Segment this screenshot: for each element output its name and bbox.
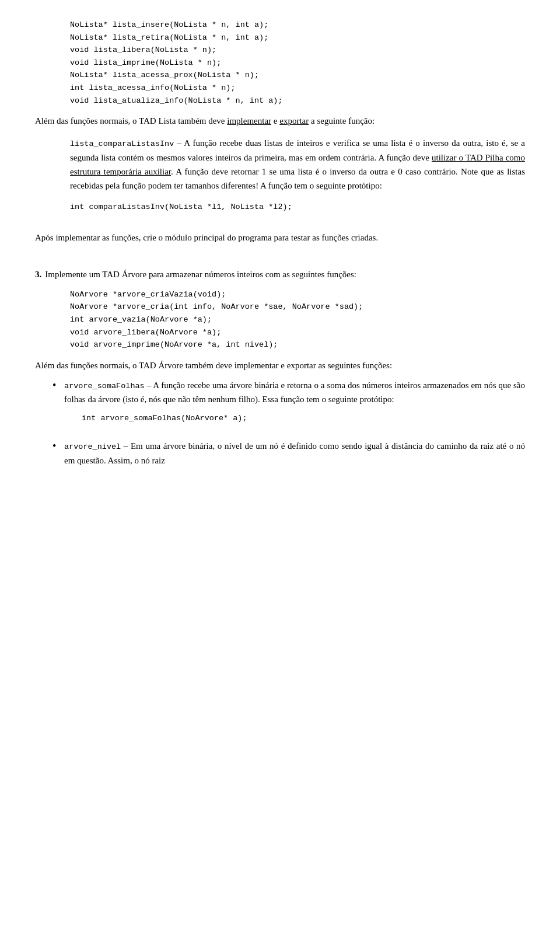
paragraph-3: Além das funções normais, o TAD Árvore t… (35, 358, 525, 372)
bullet-content-2: arvore_nivel – Em uma árvore binária, o … (64, 439, 525, 468)
code-line-1: NoLista* lista_insere(NoLista * n, int a… (70, 19, 525, 32)
bullet-item-2: • arvore_nivel – Em uma árvore binária, … (52, 439, 525, 468)
bullet-func-name-1: arvore_somaFolhas (64, 382, 145, 390)
bullet-func-name-2: arvore_nivel (64, 442, 121, 451)
underline-implementar: implementar (227, 116, 271, 125)
code-line-5: NoLista* lista_acessa_prox(NoLista * n); (70, 69, 525, 82)
section-3-number: 3. (35, 268, 41, 281)
bullet-content-1: arvore_somaFolhas – A função recebe uma … (64, 378, 525, 431)
func-desc-block-1: lista_comparaListasInv – A função recebe… (70, 136, 525, 193)
proto-1: int comparaListasInv(NoLista *l1, NoList… (70, 201, 525, 214)
proto-2: int arvore_somaFolhas(NoArvore* a); (82, 412, 525, 425)
section-3-title: Implemente um TAD Árvore para armazenar … (45, 268, 356, 281)
func-name-1: lista_comparaListasInv (70, 139, 174, 148)
code-section3-block: NoArvore *arvore_criaVazia(void); NoArvo… (70, 288, 525, 351)
code-line-3: void lista_libera(NoLista * n); (70, 44, 525, 57)
code-s3-line-4: void arvore_libera(NoArvore *a); (70, 326, 525, 339)
code-header-block: NoLista* lista_insere(NoLista * n, int a… (70, 19, 525, 107)
paragraph-1: Além das funções normais, o TAD Lista ta… (35, 114, 525, 128)
code-s3-line-1: NoArvore *arvore_criaVazia(void); (70, 288, 525, 301)
code-s3-line-3: int arvore_vazia(NoArvore *a); (70, 313, 525, 326)
page-content: NoLista* lista_insere(NoLista * n, int a… (35, 19, 525, 468)
paragraph-2: Após implementar as funções, crie o módu… (35, 231, 525, 245)
code-line-2: NoLista* lista_retira(NoLista * n, int a… (70, 32, 525, 44)
code-line-4: void lista_imprime(NoLista * n); (70, 57, 525, 69)
bullet-item-1: • arvore_somaFolhas – A função recebe um… (52, 378, 525, 431)
proto-line-2: int arvore_somaFolhas(NoArvore* a); (82, 412, 525, 425)
proto-line-1: int comparaListasInv(NoLista *l1, NoList… (70, 201, 525, 214)
underline-exportar: exportar (279, 116, 309, 125)
bullet-list: • arvore_somaFolhas – A função recebe um… (52, 378, 525, 468)
code-line-6: int lista_acessa_info(NoLista * n); (70, 82, 525, 95)
bullet-dot-1: • (52, 378, 64, 393)
underline-utilizar: utilizar o TAD Pilha como estrutura temp… (70, 153, 525, 176)
bullet-func-desc-2: – Em uma árvore binária, o nível de um n… (64, 441, 525, 465)
bullet-dot-2: • (52, 439, 64, 453)
code-line-7: void lista_atualiza_info(NoLista * n, in… (70, 95, 525, 107)
code-s3-line-2: NoArvore *arvore_cria(int info, NoArvore… (70, 301, 525, 313)
code-s3-line-5: void arvore_imprime(NoArvore *a, int niv… (70, 339, 525, 351)
section-3-header: 3. Implemente um TAD Árvore para armazen… (35, 268, 525, 281)
